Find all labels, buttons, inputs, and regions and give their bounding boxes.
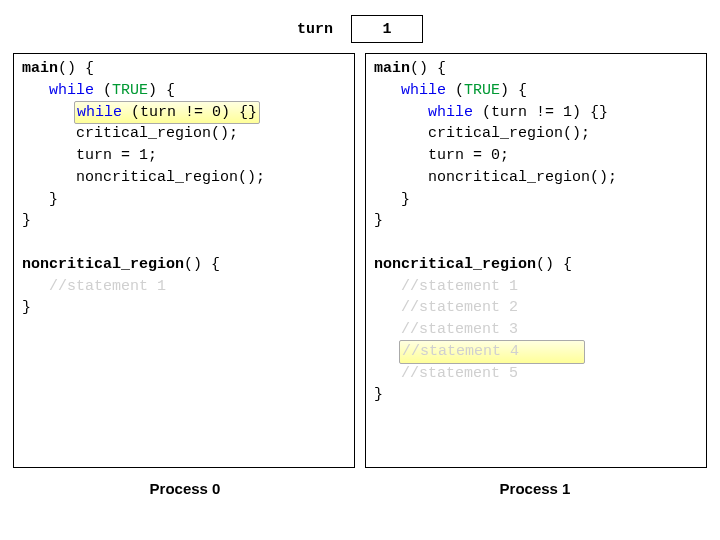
text: (turn != 1) {}	[473, 104, 608, 121]
comment: //statement 3	[374, 321, 518, 338]
text: (turn != 0) {}	[122, 104, 257, 121]
const-true: TRUE	[112, 82, 148, 99]
text: () {	[58, 60, 94, 77]
turn-label: turn	[297, 21, 333, 38]
comment: //statement 1	[22, 278, 166, 295]
text	[22, 104, 76, 121]
turn-header: turn 1	[10, 15, 710, 43]
comment: //statement 1	[374, 278, 518, 295]
process0-label: Process 0	[10, 480, 360, 497]
text: turn = 0;	[374, 147, 509, 164]
fn-main: main	[374, 60, 410, 77]
p1-highlight-line: //statement 4	[399, 340, 585, 364]
const-true: TRUE	[464, 82, 500, 99]
text: noncritical_region();	[374, 169, 617, 186]
kw-while: while	[428, 104, 473, 121]
kw-while: while	[401, 82, 446, 99]
text: critical_region();	[22, 125, 238, 142]
footer: Process 0 Process 1	[10, 480, 710, 497]
text: }	[374, 386, 383, 403]
process1-panel: main() { while (TRUE) { while (turn != 1…	[365, 53, 707, 468]
fn-main: main	[22, 60, 58, 77]
text: }	[374, 191, 410, 208]
text: noncritical_region();	[22, 169, 265, 186]
comment: //statement 2	[374, 299, 518, 316]
kw-while: while	[49, 82, 94, 99]
fn-noncritical: noncritical_region	[374, 256, 536, 273]
p0-highlight-line: while (turn != 0) {}	[74, 101, 260, 125]
text: (	[446, 82, 464, 99]
text: }	[22, 299, 31, 316]
text	[374, 82, 401, 99]
text	[374, 104, 428, 121]
text: () {	[536, 256, 572, 273]
text	[374, 343, 401, 360]
comment: //statement 5	[374, 365, 518, 382]
text: critical_region();	[374, 125, 590, 142]
process0-code: main() { while (TRUE) { while (turn != 0…	[22, 58, 346, 319]
code-columns: main() { while (TRUE) { while (turn != 0…	[13, 53, 707, 468]
text: (	[94, 82, 112, 99]
text	[519, 343, 582, 360]
turn-value-box: 1	[351, 15, 423, 43]
process1-label: Process 1	[360, 480, 710, 497]
process0-panel: main() { while (TRUE) { while (turn != 0…	[13, 53, 355, 468]
text: }	[22, 191, 58, 208]
fn-noncritical: noncritical_region	[22, 256, 184, 273]
process1-code: main() { while (TRUE) { while (turn != 1…	[374, 58, 698, 406]
text	[22, 82, 49, 99]
kw-while: while	[77, 104, 122, 121]
text: () {	[410, 60, 446, 77]
text: }	[374, 212, 383, 229]
text: turn = 1;	[22, 147, 157, 164]
text: ) {	[500, 82, 527, 99]
text: }	[22, 212, 31, 229]
text: () {	[184, 256, 220, 273]
comment: //statement 4	[402, 343, 519, 360]
text: ) {	[148, 82, 175, 99]
